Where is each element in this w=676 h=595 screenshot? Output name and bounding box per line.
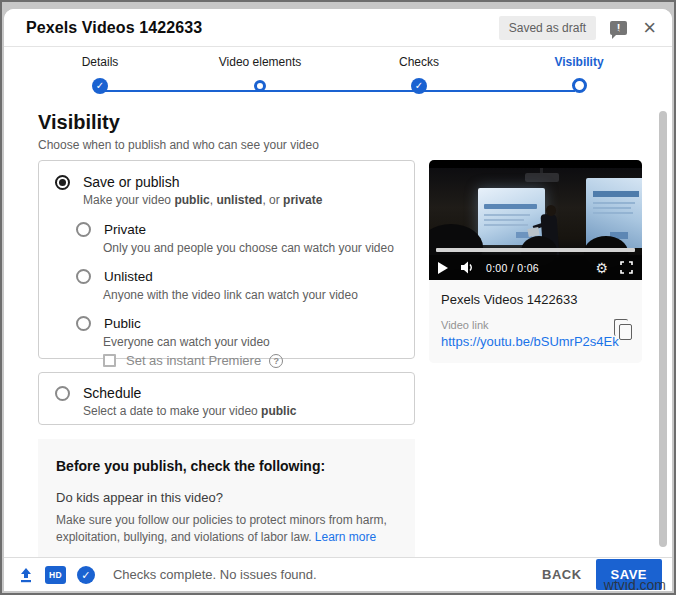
public-radio[interactable] <box>76 316 91 331</box>
close-icon[interactable]: × <box>643 20 656 36</box>
private-label[interactable]: Private <box>104 221 146 238</box>
watermark: wtvid.com <box>604 577 666 593</box>
dialog-content: Visibility Choose when to publish and wh… <box>4 103 672 557</box>
hd-badge: HD <box>45 566 66 584</box>
private-desc: Only you and people you choose can watch… <box>103 241 398 256</box>
pre-publish-checks-box: Before you publish, check the following:… <box>38 439 415 557</box>
step-current-icon <box>572 78 587 93</box>
save-or-publish-desc: Make your video public, unlisted, or pri… <box>83 193 398 208</box>
video-preview-card: 0:00 / 0:06 ⚙ Pexels Videos 1422633 Vide… <box>429 160 642 363</box>
feedback-icon[interactable]: ! <box>610 21 627 35</box>
stepper: Details ✓ Video elements Checks ✓ Visibi… <box>4 47 672 103</box>
dialog-header: Pexels Videos 1422633 Saved as draft ! × <box>4 9 672 47</box>
instant-premiere-checkbox[interactable] <box>103 354 116 367</box>
learn-more-link[interactable]: Learn more <box>315 530 376 544</box>
checks-heading: Before you publish, check the following: <box>56 458 397 474</box>
fullscreen-icon[interactable] <box>620 261 633 274</box>
footer-status-text: Checks complete. No issues found. <box>113 567 528 582</box>
step-visibility[interactable]: Visibility <box>519 55 639 96</box>
dialog-footer: HD ✓ Checks complete. No issues found. B… <box>4 557 672 591</box>
schedule-card: Schedule Select a date to make your vide… <box>38 372 415 425</box>
step-todo-icon <box>254 80 266 92</box>
unlisted-label[interactable]: Unlisted <box>104 268 153 285</box>
unlisted-radio[interactable] <box>76 269 91 284</box>
video-player[interactable]: 0:00 / 0:06 ⚙ <box>429 160 642 280</box>
save-or-publish-radio[interactable] <box>55 175 70 190</box>
video-link-label: Video link <box>441 319 630 331</box>
checks-complete-icon: ✓ <box>77 566 95 584</box>
step-done-icon: ✓ <box>92 78 108 94</box>
step-video-elements[interactable]: Video elements <box>200 55 320 96</box>
schedule-desc: Select a date to make your video public <box>83 404 398 419</box>
time-display: 0:00 / 0:06 <box>486 262 539 274</box>
stepper-line <box>100 90 575 92</box>
play-icon[interactable] <box>438 262 448 274</box>
step-details[interactable]: Details ✓ <box>40 55 160 96</box>
player-controls: 0:00 / 0:06 ⚙ <box>429 255 642 280</box>
upload-dialog: Pexels Videos 1422633 Saved as draft ! ×… <box>4 9 672 591</box>
save-or-publish-label[interactable]: Save or publish <box>83 174 180 191</box>
page-subtitle: Choose when to publish and who can see y… <box>38 138 319 152</box>
video-info: Pexels Videos 1422633 Video link https:/… <box>429 280 642 363</box>
public-label[interactable]: Public <box>104 315 141 332</box>
saved-as-draft-badge: Saved as draft <box>499 16 596 40</box>
public-desc: Everyone can watch your video <box>103 335 398 350</box>
private-radio[interactable] <box>76 222 91 237</box>
save-or-publish-card: Save or publish Make your video public, … <box>38 160 415 359</box>
video-still <box>429 168 642 256</box>
step-done-icon: ✓ <box>411 78 427 94</box>
instant-premiere-label: Set as instant Premiere <box>126 353 261 368</box>
schedule-label[interactable]: Schedule <box>83 385 141 402</box>
copy-link-icon[interactable] <box>619 324 632 340</box>
upload-status-icon <box>18 567 34 583</box>
page-title: Visibility <box>38 111 120 134</box>
seek-bar[interactable] <box>436 248 635 252</box>
help-icon[interactable]: ? <box>269 354 283 368</box>
checks-question-kids: Do kids appear in this video? <box>56 490 397 505</box>
projector-shape <box>525 173 559 182</box>
volume-icon[interactable] <box>461 261 476 274</box>
window-frame: Pexels Videos 1422633 Saved as draft ! ×… <box>0 0 676 595</box>
dialog-title: Pexels Videos 1422633 <box>26 19 499 37</box>
step-checks[interactable]: Checks ✓ <box>359 55 479 96</box>
video-link[interactable]: https://youtu.be/bSUmrP2s4Ek <box>441 334 630 349</box>
checks-paragraph-kids: Make sure you follow our policies to pro… <box>56 512 397 547</box>
video-title: Pexels Videos 1422633 <box>441 292 630 307</box>
back-button[interactable]: BACK <box>528 559 596 590</box>
settings-icon[interactable]: ⚙ <box>595 261 608 275</box>
scrollbar[interactable] <box>659 111 667 547</box>
schedule-radio[interactable] <box>55 386 70 401</box>
unlisted-desc: Anyone with the video link can watch you… <box>103 288 398 303</box>
